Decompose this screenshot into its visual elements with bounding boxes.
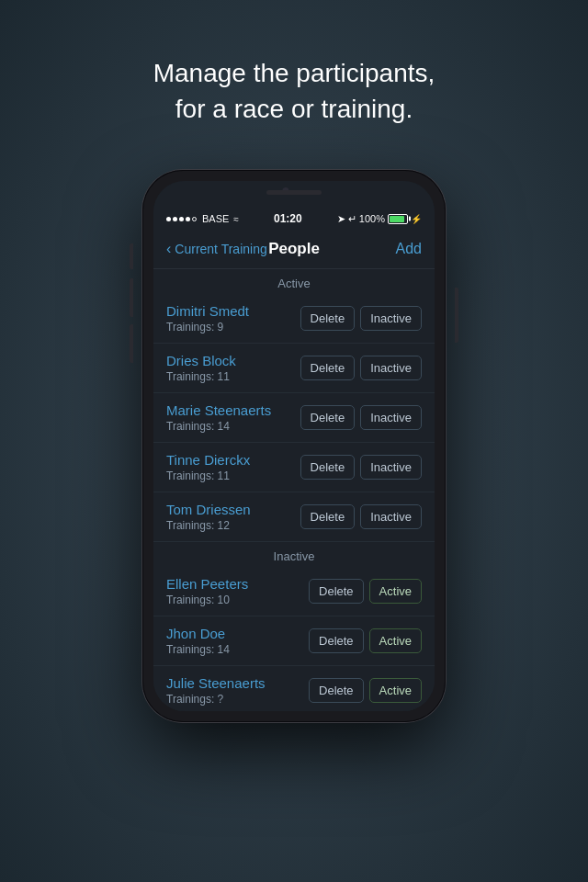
inactive-button[interactable]: Inactive xyxy=(360,405,422,430)
person-info: Dimitri Smedt Trainings: 9 xyxy=(166,303,300,334)
person-name: Dries Block xyxy=(166,353,300,368)
location-icon: ➤ xyxy=(337,213,345,225)
bluetooth-icon: ↵ xyxy=(348,213,356,225)
phone-mockup: BASE ≈ 01:20 ➤ ↵ 100% ⚡ ‹ Cur xyxy=(142,170,446,722)
person-name: Marie Steenaerts xyxy=(166,402,300,418)
list-item: Dries Block Trainings: 11 Delete Inactiv… xyxy=(153,344,435,393)
delete-button[interactable]: Delete xyxy=(300,405,356,430)
content-area: Active Dimitri Smedt Trainings: 9 Delete… xyxy=(153,269,435,711)
delete-button[interactable]: Delete xyxy=(309,579,364,604)
signal-dot-5 xyxy=(192,217,197,221)
person-trainings: Trainings: 11 xyxy=(166,469,300,482)
person-info: Julie Steenaerts Trainings: ? xyxy=(166,675,309,706)
person-trainings: Trainings: 10 xyxy=(166,594,309,606)
inactive-button[interactable]: Inactive xyxy=(360,306,422,331)
battery-icon xyxy=(388,214,408,224)
side-button-mute xyxy=(130,243,133,269)
delete-button[interactable]: Delete xyxy=(309,628,364,653)
person-name: Jhon Doe xyxy=(166,626,309,641)
person-trainings: Trainings: 14 xyxy=(166,420,300,433)
inactive-button[interactable]: Inactive xyxy=(360,356,422,380)
person-info: Jhon Doe Trainings: 14 xyxy=(166,626,309,656)
list-item: Tom Driessen Trainings: 12 Delete Inacti… xyxy=(153,492,435,542)
person-actions: Delete Inactive xyxy=(300,405,422,430)
active-button[interactable]: Active xyxy=(369,678,422,703)
person-info: Tinne Dierckx Trainings: 11 xyxy=(166,452,300,482)
signal-dot-2 xyxy=(173,217,177,221)
person-actions: Delete Inactive xyxy=(300,504,422,529)
person-name: Julie Steenaerts xyxy=(166,675,309,691)
battery-percent: 100% xyxy=(359,213,385,224)
section-header-0: Active xyxy=(153,269,435,294)
person-trainings: Trainings: 14 xyxy=(166,643,309,656)
delete-button[interactable]: Delete xyxy=(309,678,364,703)
person-actions: Delete Inactive xyxy=(300,306,422,331)
person-name: Tinne Dierckx xyxy=(166,452,300,468)
list-item: Tinne Dierckx Trainings: 11 Delete Inact… xyxy=(153,443,435,492)
nav-title: People xyxy=(268,240,320,258)
person-name: Dimitri Smedt xyxy=(166,303,300,319)
person-info: Ellen Peeters Trainings: 10 xyxy=(166,576,309,606)
person-trainings: Trainings: 9 xyxy=(166,321,300,334)
inactive-button[interactable]: Inactive xyxy=(360,504,422,529)
headline-line2: for a race or training. xyxy=(175,95,413,123)
person-actions: Delete Active xyxy=(309,579,422,604)
person-trainings: Trainings: ? xyxy=(166,693,309,706)
delete-button[interactable]: Delete xyxy=(300,306,356,331)
side-button-power xyxy=(455,288,458,343)
delete-button[interactable]: Delete xyxy=(300,455,356,480)
side-button-vol-down xyxy=(130,324,133,363)
carrier-label: BASE xyxy=(202,213,229,224)
delete-button[interactable]: Delete xyxy=(300,504,356,529)
phone-outer-shell: BASE ≈ 01:20 ➤ ↵ 100% ⚡ ‹ Cur xyxy=(142,170,446,722)
headline-line1: Manage the participants, xyxy=(153,59,435,87)
active-button[interactable]: Active xyxy=(369,628,422,653)
person-info: Marie Steenaerts Trainings: 14 xyxy=(166,402,300,433)
back-label: Current Training xyxy=(175,242,266,256)
phone-screen: BASE ≈ 01:20 ➤ ↵ 100% ⚡ ‹ Cur xyxy=(153,181,435,711)
back-chevron-icon: ‹ xyxy=(166,241,171,257)
wifi-icon: ≈ xyxy=(233,214,239,224)
page-headline: Manage the participants, for a race or t… xyxy=(0,55,588,127)
side-button-vol-up xyxy=(130,278,133,317)
inactive-button[interactable]: Inactive xyxy=(360,455,422,480)
person-info: Tom Driessen Trainings: 12 xyxy=(166,502,300,532)
back-button[interactable]: ‹ Current Training xyxy=(166,241,267,257)
status-time: 01:20 xyxy=(274,212,302,225)
signal-dot-4 xyxy=(186,217,190,221)
list-item: Ellen Peeters Trainings: 10 Delete Activ… xyxy=(153,567,435,616)
person-name: Ellen Peeters xyxy=(166,576,309,592)
list-item: Marie Steenaerts Trainings: 14 Delete In… xyxy=(153,393,435,443)
charging-icon: ⚡ xyxy=(411,214,422,224)
active-button[interactable]: Active xyxy=(369,579,422,604)
list-item: Jhon Doe Trainings: 14 Delete Active xyxy=(153,616,435,666)
status-bar: BASE ≈ 01:20 ➤ ↵ 100% ⚡ xyxy=(153,209,435,229)
navigation-bar: ‹ Current Training People Add xyxy=(153,229,435,269)
person-trainings: Trainings: 11 xyxy=(166,370,300,383)
signal-dot-1 xyxy=(166,217,171,221)
phone-speaker xyxy=(266,190,322,195)
person-actions: Delete Inactive xyxy=(300,356,422,380)
person-name: Tom Driessen xyxy=(166,502,300,517)
person-actions: Delete Active xyxy=(309,628,422,653)
list-item: Dimitri Smedt Trainings: 9 Delete Inacti… xyxy=(153,294,435,344)
phone-top-bar xyxy=(153,181,435,209)
add-button[interactable]: Add xyxy=(396,241,422,257)
person-info: Dries Block Trainings: 11 xyxy=(166,353,300,383)
delete-button[interactable]: Delete xyxy=(300,356,356,380)
list-item: Julie Steenaerts Trainings: ? Delete Act… xyxy=(153,666,435,711)
battery-fill xyxy=(390,216,404,222)
signal-strength xyxy=(166,217,197,221)
person-actions: Delete Active xyxy=(309,678,422,703)
status-left: BASE ≈ xyxy=(166,213,239,224)
section-header-1: Inactive xyxy=(153,542,435,567)
signal-dot-3 xyxy=(179,217,184,221)
person-actions: Delete Inactive xyxy=(300,455,422,480)
status-right: ➤ ↵ 100% ⚡ xyxy=(337,213,422,225)
person-trainings: Trainings: 12 xyxy=(166,519,300,532)
